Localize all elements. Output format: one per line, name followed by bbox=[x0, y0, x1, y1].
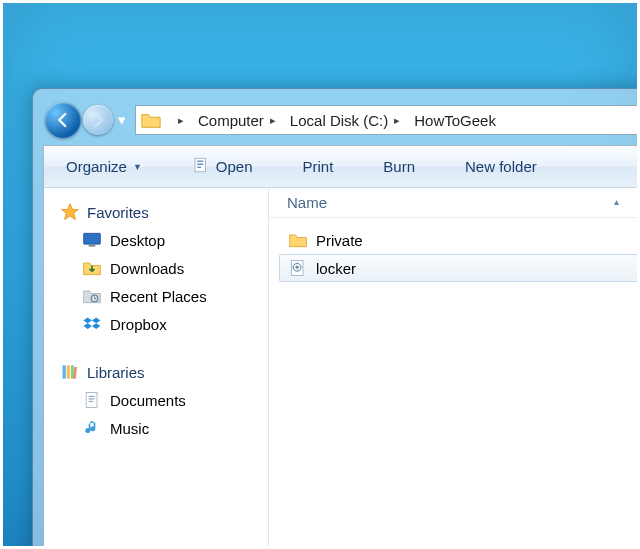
column-header-name[interactable]: Name ▴ bbox=[269, 188, 640, 218]
arrow-left-icon bbox=[54, 111, 72, 129]
documents-icon bbox=[82, 390, 102, 410]
item-name: locker bbox=[316, 260, 356, 277]
svg-rect-1 bbox=[197, 161, 203, 163]
print-button[interactable]: Print bbox=[289, 154, 348, 179]
svg-rect-14 bbox=[89, 401, 93, 402]
burn-button[interactable]: Burn bbox=[369, 154, 429, 179]
breadcrumb-label: Local Disk (C:) bbox=[290, 112, 388, 129]
print-label: Print bbox=[303, 158, 334, 175]
svg-rect-11 bbox=[86, 393, 97, 408]
open-file-icon bbox=[192, 156, 210, 177]
body: Favorites Desktop Downloads Recent Place… bbox=[44, 188, 640, 549]
breadcrumb-label: Computer bbox=[198, 112, 264, 129]
forward-button[interactable] bbox=[83, 105, 113, 135]
organize-label: Organize bbox=[66, 158, 127, 175]
star-icon bbox=[60, 202, 80, 222]
item-name: Private bbox=[316, 232, 363, 249]
svg-rect-3 bbox=[197, 167, 201, 169]
svg-rect-2 bbox=[197, 164, 203, 166]
desktop-icon bbox=[82, 230, 102, 250]
list-item[interactable]: locker bbox=[279, 254, 640, 282]
breadcrumb-item[interactable]: Computer▸ bbox=[190, 106, 282, 134]
sidebar-item-dropbox[interactable]: Dropbox bbox=[50, 310, 268, 338]
burn-label: Burn bbox=[383, 158, 415, 175]
svg-rect-7 bbox=[63, 365, 66, 378]
content-pane: Name ▴ Private locker bbox=[269, 188, 640, 549]
svg-rect-4 bbox=[84, 233, 101, 244]
folder-icon bbox=[288, 230, 308, 250]
svg-rect-12 bbox=[89, 396, 95, 397]
breadcrumb-item[interactable]: HowToGeek bbox=[406, 106, 502, 134]
file-list: Private locker bbox=[269, 218, 640, 290]
new-folder-button[interactable]: New folder bbox=[451, 154, 551, 179]
new-folder-label: New folder bbox=[465, 158, 537, 175]
back-button[interactable] bbox=[45, 102, 81, 138]
svg-rect-8 bbox=[67, 365, 70, 378]
breadcrumb-item[interactable]: Local Disk (C:)▸ bbox=[282, 106, 406, 134]
sidebar-item-documents[interactable]: Documents bbox=[50, 386, 268, 414]
open-button[interactable]: Open bbox=[178, 152, 267, 181]
sort-ascending-icon: ▴ bbox=[614, 196, 619, 207]
recent-places-icon bbox=[82, 286, 102, 306]
sidebar-item-desktop[interactable]: Desktop bbox=[50, 226, 268, 254]
sidebar-item-label: Downloads bbox=[110, 260, 184, 277]
svg-point-17 bbox=[296, 266, 299, 269]
command-bar: Organize ▼ Open Print Burn New folder bbox=[44, 146, 640, 188]
favorites-header[interactable]: Favorites bbox=[50, 198, 268, 226]
svg-rect-5 bbox=[89, 245, 96, 247]
sidebar-item-label: Documents bbox=[110, 392, 186, 409]
list-item[interactable]: Private bbox=[279, 226, 640, 254]
sidebar-item-downloads[interactable]: Downloads bbox=[50, 254, 268, 282]
folder-icon bbox=[140, 109, 162, 131]
sidebar-item-label: Dropbox bbox=[110, 316, 167, 333]
libraries-header[interactable]: Libraries bbox=[50, 358, 268, 386]
explorer-window: ▾ ▸ Computer▸ Local Disk (C:)▸ HowToGeek… bbox=[32, 88, 640, 549]
music-icon bbox=[82, 418, 102, 438]
batch-file-icon bbox=[288, 258, 308, 278]
sidebar-item-music[interactable]: Music bbox=[50, 414, 268, 442]
organize-button[interactable]: Organize ▼ bbox=[52, 154, 156, 179]
sidebar-item-label: Music bbox=[110, 420, 149, 437]
downloads-folder-icon bbox=[82, 258, 102, 278]
svg-rect-13 bbox=[89, 398, 95, 399]
nav-history-dropdown[interactable]: ▾ bbox=[115, 105, 129, 135]
navigation-pane: Favorites Desktop Downloads Recent Place… bbox=[44, 188, 269, 549]
sidebar-item-recent-places[interactable]: Recent Places bbox=[50, 282, 268, 310]
sidebar-item-label: Recent Places bbox=[110, 288, 207, 305]
favorites-label: Favorites bbox=[87, 204, 149, 221]
column-label: Name bbox=[287, 194, 327, 211]
libraries-label: Libraries bbox=[87, 364, 145, 381]
libraries-icon bbox=[60, 362, 80, 382]
breadcrumb-label: HowToGeek bbox=[414, 112, 496, 129]
open-label: Open bbox=[216, 158, 253, 175]
dropbox-icon bbox=[82, 314, 102, 334]
sidebar-item-label: Desktop bbox=[110, 232, 165, 249]
nav-row: ▾ ▸ Computer▸ Local Disk (C:)▸ HowToGeek bbox=[43, 99, 640, 141]
breadcrumb-bar[interactable]: ▸ Computer▸ Local Disk (C:)▸ HowToGeek bbox=[135, 105, 640, 135]
client-area: Organize ▼ Open Print Burn New folder bbox=[43, 145, 640, 549]
chevron-down-icon: ▼ bbox=[133, 162, 142, 172]
breadcrumb-root-dropdown[interactable]: ▸ bbox=[164, 106, 190, 134]
arrow-right-icon bbox=[89, 111, 107, 129]
